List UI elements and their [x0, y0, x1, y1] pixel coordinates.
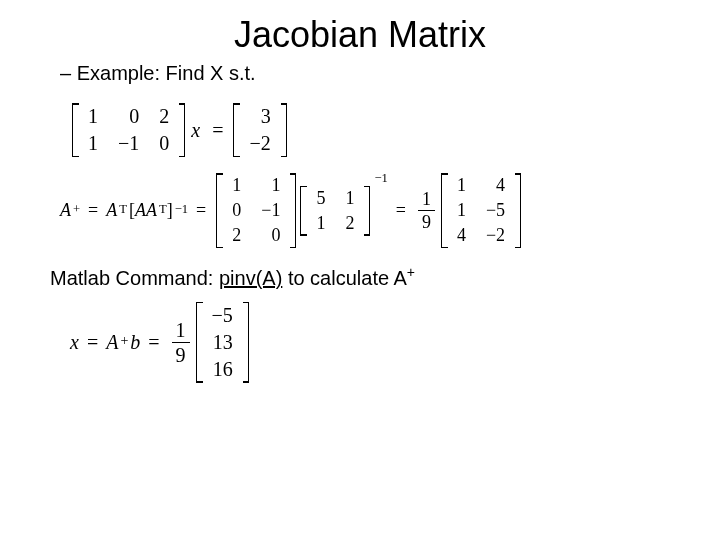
matlab-mid: to calculate A — [282, 267, 407, 289]
sup-inv2: −1 — [374, 171, 387, 186]
example-text: Find X s.t. — [166, 62, 256, 84]
matrix-AAT: 51 12 — [300, 186, 370, 236]
equation-solution: x = A + b = 1 9 −5 13 16 — [70, 302, 680, 383]
equals-sign: = — [87, 331, 98, 354]
fraction-1-9: 1 9 — [418, 190, 435, 231]
page-title: Jacobian Matrix — [40, 14, 680, 56]
equals-sign: = — [88, 200, 98, 221]
sup-T: T — [119, 202, 127, 217]
sym-x: x — [70, 331, 79, 354]
equation-pseudoinverse: A + = A T [ AA T ] −1 = 11 0−1 20 51 12 — [60, 173, 680, 248]
bracket-close: ] — [167, 200, 173, 221]
sup-inv: −1 — [175, 202, 188, 217]
frac-den: 9 — [172, 343, 190, 365]
vector-b: 3 −2 — [233, 103, 286, 157]
sym-b: b — [130, 331, 140, 354]
frac-num: 1 — [418, 190, 435, 211]
sup-plus2: + — [120, 333, 128, 349]
matlab-sup: + — [407, 264, 415, 280]
equals-sign: = — [148, 331, 159, 354]
matlab-line: Matlab Command: pinv(A) to calculate A+ — [50, 264, 680, 290]
equals-sign: = — [212, 119, 223, 142]
frac-den: 9 — [418, 211, 435, 231]
equals-sign: = — [196, 200, 206, 221]
matrix-Aplus: 14 1−5 4−2 — [441, 173, 521, 248]
vector-x: −5 13 16 — [196, 302, 249, 383]
sym-A: A — [60, 200, 71, 221]
var-x: x — [191, 119, 200, 142]
sym-AAT: AA — [135, 200, 157, 221]
sup-T2: T — [159, 202, 167, 217]
example-prefix: – Example: — [60, 62, 166, 84]
sym-A-T: A — [106, 200, 117, 221]
slide: Jacobian Matrix – Example: Find X s.t. 1… — [0, 0, 720, 540]
matlab-link[interactable]: pinv(A) — [219, 267, 282, 289]
fraction-1-9b: 1 9 — [172, 320, 190, 365]
equation-system: 102 1−10 x = 3 −2 — [70, 103, 680, 157]
frac-num: 1 — [172, 320, 190, 343]
matrix-A: 102 1−10 — [72, 103, 185, 157]
sym-A2: A — [106, 331, 118, 354]
matrix-AT: 11 0−1 20 — [216, 173, 296, 248]
sup-plus: + — [73, 202, 80, 217]
equals-sign: = — [396, 200, 406, 221]
matlab-prefix: Matlab Command: — [50, 267, 219, 289]
example-line: – Example: Find X s.t. — [60, 62, 680, 85]
